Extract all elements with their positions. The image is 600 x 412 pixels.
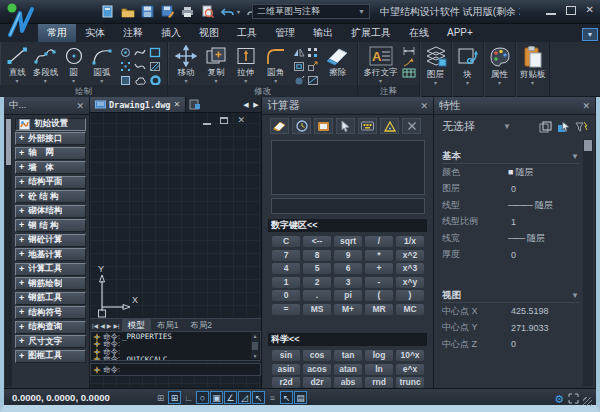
calc-key[interactable]: MR — [365, 304, 393, 315]
table-icon[interactable] — [402, 68, 416, 78]
child-close-button[interactable]: ✕ — [237, 116, 245, 125]
quick-select-icon[interactable] — [574, 120, 589, 134]
stretch-button[interactable]: 拉伸 — [231, 44, 261, 84]
array-icon[interactable] — [307, 46, 320, 59]
layout-prev-icon[interactable]: ◀ — [100, 322, 105, 329]
spline-cv-icon[interactable] — [133, 60, 147, 73]
object-snap-icon[interactable]: ▣ — [210, 391, 223, 404]
selection-cycling-icon[interactable]: ↖ — [280, 391, 293, 404]
new-tab-button[interactable] — [186, 97, 204, 112]
dynamic-ucs-icon[interactable]: ◿ — [238, 391, 251, 404]
move-button[interactable]: 移动 — [171, 44, 201, 84]
command-history[interactable]: 命令: _PROPERTIES 命令: 命令: — [90, 331, 261, 361]
ortho-toggle-icon[interactable]: ∟ — [182, 391, 195, 404]
calc-key[interactable]: ( — [365, 290, 393, 301]
calc-key[interactable]: 6 — [334, 263, 362, 274]
calc-key[interactable]: x^y — [396, 277, 424, 288]
property-row[interactable]: 线宽 —— 随层 — [442, 230, 579, 247]
copy-button[interactable]: 复制 — [201, 44, 231, 84]
ribbon-tab[interactable]: 插入 — [152, 24, 190, 42]
settings-gear-icon[interactable]: ⚙ — [554, 393, 564, 406]
layer-button[interactable]: 图层 — [423, 44, 448, 97]
calc-key[interactable]: * — [365, 250, 393, 261]
scale-icon[interactable] — [307, 60, 320, 73]
snap-toggle-icon[interactable]: ⊞ — [154, 391, 167, 404]
hatch-icon[interactable] — [148, 60, 162, 73]
layout-last-icon[interactable]: ▶| — [113, 322, 119, 329]
sidebar-item[interactable]: + 结构平面 — [15, 176, 86, 189]
calculator-history-display[interactable] — [271, 140, 425, 195]
dimension-icon[interactable] — [402, 46, 416, 56]
calc-sci-key[interactable]: r2d — [272, 377, 300, 388]
property-row[interactable]: 线型比例 1 — [442, 214, 579, 231]
calc-sci-key[interactable]: cos — [303, 350, 331, 361]
toggle-pickadd-icon[interactable] — [538, 120, 553, 134]
calc-history-icon[interactable] — [292, 118, 311, 134]
property-row[interactable]: 图层 0 — [442, 181, 579, 198]
select-objects-icon[interactable] — [556, 120, 571, 134]
numpad-section-header[interactable]: 数字键区<< — [268, 219, 427, 232]
properties-scrollbar[interactable] — [583, 139, 593, 386]
sidebar-item[interactable]: + 砼 结 构 — [15, 190, 86, 203]
sidebar-item[interactable]: + 结构查询 — [15, 321, 86, 334]
spline-icon[interactable] — [133, 46, 147, 59]
save-icon[interactable] — [140, 4, 155, 19]
calc-key[interactable]: 1 — [272, 277, 300, 288]
sidebar-item[interactable]: + 钢砼计算 — [15, 234, 86, 247]
ribbon-tab[interactable]: 在线 — [400, 24, 438, 42]
resize-grip[interactable] — [583, 397, 592, 406]
property-row[interactable]: 线型 ——— 随层 — [442, 197, 579, 214]
calc-key[interactable]: MS — [303, 304, 331, 315]
layout-tab[interactable]: 模型 — [122, 319, 151, 331]
calc-sci-key[interactable]: sin — [272, 350, 300, 361]
tab-scroll-right-icon[interactable]: ▶ — [251, 97, 261, 112]
rectangle-icon[interactable] — [148, 46, 162, 59]
calc-key[interactable]: 5 — [303, 263, 331, 274]
calc-paste-to-commandline-icon[interactable] — [314, 118, 333, 134]
calc-key[interactable]: pi — [334, 290, 362, 301]
calc-key[interactable]: 9 — [334, 250, 362, 261]
calc-key[interactable]: MC — [396, 304, 424, 315]
mirror-icon[interactable] — [293, 46, 306, 59]
ribbon-tab[interactable]: APP+ — [438, 24, 482, 42]
layout-tab[interactable]: 布局1 — [151, 319, 185, 331]
calc-sci-key[interactable]: abs — [334, 377, 362, 388]
section-basic[interactable]: 基本 ▼ — [442, 149, 579, 164]
mtext-button[interactable]: A 多行文字 — [361, 44, 400, 84]
undo-dropdown-icon[interactable]: ▾ — [237, 8, 240, 15]
ribbon-tab[interactable]: 常用 — [38, 24, 76, 42]
calc-key[interactable]: 0 — [272, 290, 300, 301]
calc-sci-key[interactable]: d2r — [303, 377, 331, 388]
drawing-area[interactable]: Drawing1.dwg ✕ ◀ ▶ ✕ — [90, 97, 262, 388]
calc-key[interactable]: - — [365, 277, 393, 288]
ribbon-tab[interactable]: 扩展工具 — [342, 24, 400, 42]
calc-key[interactable]: <-- — [303, 236, 331, 247]
calc-sci-key[interactable]: atan — [334, 364, 362, 375]
print-icon[interactable] — [180, 4, 195, 19]
dynamic-input-icon[interactable]: ↖ — [252, 391, 265, 404]
calc-key[interactable]: 7 — [272, 250, 300, 261]
sidebar-item[interactable]: + 尺寸文字 — [15, 335, 86, 348]
document-tab[interactable]: Drawing1.dwg ✕ — [90, 97, 186, 112]
sidebar-item[interactable]: + 墙 体 — [15, 161, 86, 174]
arc-button[interactable]: 圆弧 — [88, 44, 116, 84]
calc-sci-key[interactable]: trunc — [396, 377, 424, 388]
child-restore-button[interactable] — [220, 117, 228, 124]
property-row[interactable]: 厚度 0 — [442, 247, 579, 264]
calc-key[interactable]: M+ — [334, 304, 362, 315]
layout-first-icon[interactable]: |◀ — [92, 322, 98, 329]
calc-key[interactable]: + — [365, 263, 393, 274]
scientific-section-header[interactable]: 科学<< — [268, 333, 427, 346]
calc-sci-key[interactable]: acos — [303, 364, 331, 375]
calc-key[interactable]: 3 — [334, 277, 362, 288]
calc-sci-key[interactable]: rnd — [365, 377, 393, 388]
lineweight-toggle-icon[interactable]: ≡ — [266, 391, 279, 404]
ribbon-tab[interactable]: 视图 — [190, 24, 228, 42]
object-tracking-icon[interactable]: ∠ — [224, 391, 237, 404]
calc-key[interactable]: C — [272, 236, 300, 247]
calc-key[interactable]: x^3 — [396, 263, 424, 274]
sidebar-item[interactable]: + 计算工具 — [15, 263, 86, 276]
property-row[interactable]: 中心点 Z 0 — [442, 336, 579, 353]
maximize-button[interactable] — [566, 6, 576, 15]
calc-sci-key[interactable]: e^x — [396, 364, 424, 375]
